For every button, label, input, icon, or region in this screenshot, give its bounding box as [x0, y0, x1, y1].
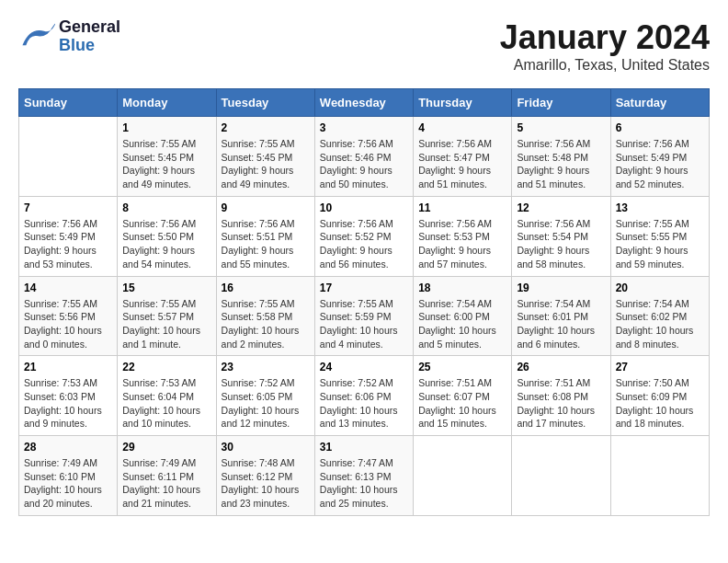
calendar-cell: 14Sunrise: 7:55 AMSunset: 5:56 PMDayligh…	[19, 276, 118, 356]
page-title: January 2024	[500, 18, 710, 57]
calendar-table: SundayMondayTuesdayWednesdayThursdayFrid…	[18, 88, 710, 516]
day-info: Sunrise: 7:50 AMSunset: 6:09 PMDaylight:…	[616, 376, 704, 431]
day-number: 12	[517, 201, 605, 214]
day-info: Sunrise: 7:55 AMSunset: 5:58 PMDaylight:…	[222, 297, 310, 351]
day-number: 7	[24, 201, 112, 214]
title-area: January 2024 Amarillo, Texas, United Sta…	[500, 18, 710, 74]
logo: General Blue	[18, 18, 120, 55]
day-number: 3	[320, 121, 408, 134]
day-number: 22	[122, 361, 210, 373]
day-number: 24	[320, 361, 408, 373]
day-of-week-header: Monday	[118, 89, 216, 117]
day-info: Sunrise: 7:55 AMSunset: 5:45 PMDaylight:…	[122, 137, 210, 191]
day-number: 29	[122, 441, 210, 454]
day-number: 30	[222, 441, 310, 454]
calendar-cell: 2Sunrise: 7:55 AMSunset: 5:45 PMDaylight…	[216, 117, 314, 197]
day-number: 10	[320, 201, 408, 214]
day-info: Sunrise: 7:56 AMSunset: 5:53 PMDaylight:…	[418, 217, 506, 271]
day-info: Sunrise: 7:51 AMSunset: 6:07 PMDaylight:…	[418, 376, 506, 431]
calendar-week-row: 7Sunrise: 7:56 AMSunset: 5:49 PMDaylight…	[19, 196, 710, 276]
calendar-cell: 21Sunrise: 7:53 AMSunset: 6:03 PMDayligh…	[19, 356, 118, 436]
day-info: Sunrise: 7:54 AMSunset: 6:02 PMDaylight:…	[616, 297, 704, 351]
day-of-week-header: Saturday	[610, 89, 709, 117]
day-of-week-header: Tuesday	[216, 89, 314, 117]
calendar-cell: 20Sunrise: 7:54 AMSunset: 6:02 PMDayligh…	[610, 276, 709, 356]
day-number: 19	[517, 282, 605, 294]
day-info: Sunrise: 7:55 AMSunset: 5:55 PMDaylight:…	[616, 217, 704, 271]
calendar-week-row: 1Sunrise: 7:55 AMSunset: 5:45 PMDaylight…	[19, 117, 710, 197]
calendar-cell: 9Sunrise: 7:56 AMSunset: 5:51 PMDaylight…	[216, 196, 314, 276]
day-info: Sunrise: 7:51 AMSunset: 6:08 PMDaylight:…	[517, 376, 605, 431]
day-number: 2	[222, 121, 310, 134]
day-info: Sunrise: 7:56 AMSunset: 5:48 PMDaylight:…	[517, 137, 605, 191]
day-number: 16	[222, 282, 310, 294]
calendar-cell: 10Sunrise: 7:56 AMSunset: 5:52 PMDayligh…	[314, 196, 413, 276]
calendar-cell	[414, 436, 512, 516]
calendar-cell: 18Sunrise: 7:54 AMSunset: 6:00 PMDayligh…	[414, 276, 512, 356]
day-number: 28	[24, 441, 112, 454]
calendar-cell: 29Sunrise: 7:49 AMSunset: 6:11 PMDayligh…	[118, 436, 216, 516]
calendar-cell: 24Sunrise: 7:52 AMSunset: 6:06 PMDayligh…	[314, 356, 413, 436]
day-info: Sunrise: 7:56 AMSunset: 5:52 PMDaylight:…	[320, 217, 408, 271]
day-of-week-header: Thursday	[414, 89, 512, 117]
calendar-cell: 25Sunrise: 7:51 AMSunset: 6:07 PMDayligh…	[414, 356, 512, 436]
calendar-cell: 4Sunrise: 7:56 AMSunset: 5:47 PMDaylight…	[414, 117, 512, 197]
calendar-cell: 11Sunrise: 7:56 AMSunset: 5:53 PMDayligh…	[414, 196, 512, 276]
calendar-week-row: 21Sunrise: 7:53 AMSunset: 6:03 PMDayligh…	[19, 356, 710, 436]
day-number: 1	[122, 121, 210, 134]
day-of-week-header: Sunday	[19, 89, 118, 117]
day-info: Sunrise: 7:54 AMSunset: 6:00 PMDaylight:…	[418, 297, 506, 351]
day-info: Sunrise: 7:55 AMSunset: 5:56 PMDaylight:…	[24, 297, 112, 351]
day-number: 14	[24, 282, 112, 294]
day-info: Sunrise: 7:53 AMSunset: 6:04 PMDaylight:…	[122, 376, 210, 431]
day-number: 9	[222, 201, 310, 214]
day-info: Sunrise: 7:56 AMSunset: 5:47 PMDaylight:…	[418, 137, 506, 191]
calendar-cell: 17Sunrise: 7:55 AMSunset: 5:59 PMDayligh…	[314, 276, 413, 356]
day-number: 26	[517, 361, 605, 373]
day-info: Sunrise: 7:49 AMSunset: 6:10 PMDaylight:…	[24, 456, 112, 511]
calendar-cell: 7Sunrise: 7:56 AMSunset: 5:49 PMDaylight…	[19, 196, 118, 276]
calendar-cell: 1Sunrise: 7:55 AMSunset: 5:45 PMDaylight…	[118, 117, 216, 197]
day-info: Sunrise: 7:52 AMSunset: 6:05 PMDaylight:…	[222, 376, 310, 431]
day-info: Sunrise: 7:54 AMSunset: 6:01 PMDaylight:…	[517, 297, 605, 351]
day-number: 8	[122, 201, 210, 214]
day-of-week-header: Friday	[512, 89, 610, 117]
day-info: Sunrise: 7:56 AMSunset: 5:54 PMDaylight:…	[517, 217, 605, 271]
day-info: Sunrise: 7:48 AMSunset: 6:12 PMDaylight:…	[222, 456, 310, 511]
logo-general-text: General	[59, 18, 120, 37]
calendar-cell: 22Sunrise: 7:53 AMSunset: 6:04 PMDayligh…	[118, 356, 216, 436]
day-info: Sunrise: 7:56 AMSunset: 5:46 PMDaylight:…	[320, 137, 408, 191]
day-info: Sunrise: 7:55 AMSunset: 5:57 PMDaylight:…	[122, 297, 210, 351]
calendar-cell: 19Sunrise: 7:54 AMSunset: 6:01 PMDayligh…	[512, 276, 610, 356]
day-info: Sunrise: 7:49 AMSunset: 6:11 PMDaylight:…	[122, 456, 210, 511]
day-number: 23	[222, 361, 310, 373]
calendar-week-row: 28Sunrise: 7:49 AMSunset: 6:10 PMDayligh…	[19, 436, 710, 516]
calendar-cell: 31Sunrise: 7:47 AMSunset: 6:13 PMDayligh…	[314, 436, 413, 516]
day-number: 13	[616, 201, 704, 214]
day-number: 21	[24, 361, 112, 373]
calendar-cell: 15Sunrise: 7:55 AMSunset: 5:57 PMDayligh…	[118, 276, 216, 356]
calendar-cell: 30Sunrise: 7:48 AMSunset: 6:12 PMDayligh…	[216, 436, 314, 516]
calendar-cell: 27Sunrise: 7:50 AMSunset: 6:09 PMDayligh…	[610, 356, 709, 436]
day-info: Sunrise: 7:56 AMSunset: 5:49 PMDaylight:…	[24, 217, 112, 271]
day-info: Sunrise: 7:55 AMSunset: 5:59 PMDaylight:…	[320, 297, 408, 351]
day-number: 31	[320, 441, 408, 454]
logo-icon	[18, 20, 55, 52]
day-info: Sunrise: 7:55 AMSunset: 5:45 PMDaylight:…	[222, 137, 310, 191]
calendar-cell	[19, 117, 118, 197]
day-of-week-header: Wednesday	[314, 89, 413, 117]
day-info: Sunrise: 7:56 AMSunset: 5:49 PMDaylight:…	[616, 137, 704, 191]
calendar-cell: 3Sunrise: 7:56 AMSunset: 5:46 PMDaylight…	[314, 117, 413, 197]
day-info: Sunrise: 7:47 AMSunset: 6:13 PMDaylight:…	[320, 456, 408, 511]
calendar-cell	[512, 436, 610, 516]
day-number: 4	[418, 121, 506, 134]
day-info: Sunrise: 7:56 AMSunset: 5:51 PMDaylight:…	[222, 217, 310, 271]
day-number: 5	[517, 121, 605, 134]
day-number: 25	[418, 361, 506, 373]
calendar-cell: 6Sunrise: 7:56 AMSunset: 5:49 PMDaylight…	[610, 117, 709, 197]
page-subtitle: Amarillo, Texas, United States	[500, 57, 710, 74]
day-number: 20	[616, 282, 704, 294]
page-header: General Blue January 2024 Amarillo, Texa…	[18, 18, 710, 74]
logo-text: General Blue	[59, 18, 120, 55]
day-number: 11	[418, 201, 506, 214]
